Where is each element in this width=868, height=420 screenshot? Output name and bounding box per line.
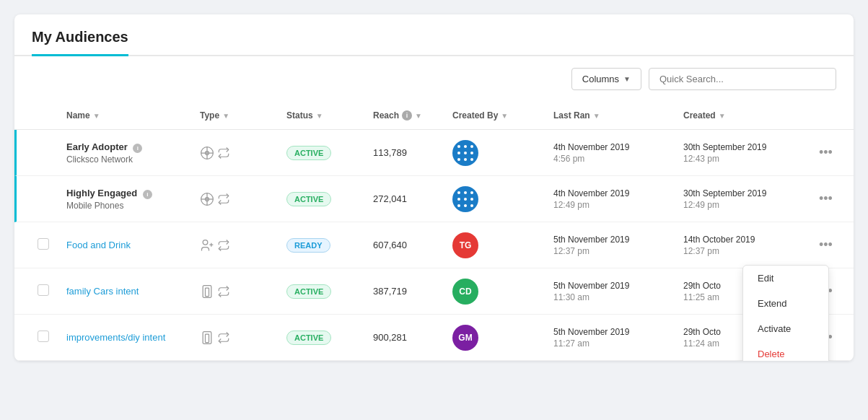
th-created-label: Created [683, 110, 716, 121]
status-badge: ACTIVE [286, 284, 331, 299]
th-type[interactable]: Type ▼ [194, 102, 281, 129]
status-badge: READY [286, 238, 330, 253]
cell-name: Food and Drink [61, 232, 194, 258]
row-checkbox[interactable] [38, 331, 49, 342]
svg-point-16 [470, 198, 473, 201]
date-value: 30th September 2019 [683, 188, 802, 198]
cell-reach: 900,281 [367, 325, 447, 350]
cell-created: 14th October 2019 12:37 pm [678, 227, 807, 263]
avatar: CD [452, 279, 478, 305]
th-reach[interactable]: Reach i ▼ [367, 102, 447, 129]
more-actions-button[interactable]: ••• [813, 142, 838, 163]
th-last-ran[interactable]: Last Ran ▼ [548, 102, 678, 129]
dropdown-menu: Edit Extend Activate Delete [742, 265, 829, 361]
svg-point-18 [464, 204, 467, 207]
th-name[interactable]: Name ▼ [61, 102, 194, 129]
svg-point-20 [203, 240, 208, 245]
menu-item-activate[interactable]: Activate [743, 316, 828, 341]
th-type-label: Type [200, 110, 219, 121]
date-value: 5th November 2019 [553, 281, 672, 291]
svg-point-1 [457, 145, 460, 148]
cell-reach: 113,789 [367, 140, 447, 165]
time-value: 12:49 pm [683, 200, 802, 210]
search-input[interactable] [649, 68, 836, 90]
audience-name: Early Adopter i [66, 141, 188, 153]
audience-sub: Mobile Phones [66, 201, 188, 211]
sort-icon-created: ▼ [719, 112, 726, 120]
cell-created-by: TG [447, 225, 548, 266]
time-value: 12:37 pm [553, 246, 672, 256]
th-actions [807, 107, 836, 124]
cell-checkbox [32, 192, 61, 206]
info-icon-reach: i [402, 110, 412, 121]
avatar: GM [452, 325, 478, 351]
cell-last-ran: 4th November 2019 4:56 pm [548, 135, 678, 171]
more-actions-button[interactable]: ••• [813, 188, 838, 209]
th-created[interactable]: Created ▼ [678, 102, 807, 129]
cell-checkbox [32, 323, 61, 351]
svg-point-13 [470, 191, 473, 194]
svg-point-15 [464, 198, 467, 201]
avatar [452, 186, 478, 212]
svg-point-14 [457, 198, 460, 201]
table-row: Early Adopter i Clicksco Network ACTIVE … [14, 130, 854, 176]
cell-created: 30th September 2019 12:43 pm [678, 135, 807, 171]
cell-checkbox [32, 231, 61, 259]
menu-item-delete[interactable]: Delete [743, 341, 828, 361]
cell-actions: ••• [807, 181, 836, 216]
cell-created: 30th September 2019 12:49 pm [678, 181, 807, 217]
th-status-label: Status [286, 110, 313, 121]
svg-point-9 [470, 158, 473, 161]
columns-label: Columns [582, 74, 619, 84]
toolbar: Columns ▼ [14, 56, 854, 102]
th-checkbox [32, 107, 61, 124]
th-status[interactable]: Status ▼ [281, 102, 367, 129]
audience-name-link[interactable]: family Cars intent [66, 286, 188, 297]
cell-type [194, 231, 281, 260]
table-row: improvements/diy intent ACTIVE 900,281 G… [14, 315, 854, 361]
status-badge: ACTIVE [286, 192, 331, 206]
menu-item-extend[interactable]: Extend [743, 291, 828, 316]
th-created-by[interactable]: Created By ▼ [447, 102, 548, 129]
table-row: family Cars intent ACTIVE 387,719 CD 5th… [14, 268, 854, 315]
cell-actions: ••• [807, 135, 836, 170]
cell-reach: 387,719 [367, 279, 447, 304]
page-header: My Audiences [14, 14, 854, 56]
cell-reach: 607,640 [367, 232, 447, 258]
avatar [452, 140, 478, 166]
type-icons [200, 192, 275, 206]
sort-icon-created-by: ▼ [501, 112, 508, 120]
cell-status: ACTIVE [281, 139, 367, 167]
audience-name-link[interactable]: improvements/diy intent [66, 332, 188, 343]
page-title: My Audiences [32, 29, 128, 56]
row-checkbox[interactable] [38, 284, 49, 296]
sort-icon-name: ▼ [93, 112, 100, 120]
svg-point-5 [464, 152, 467, 154]
cell-type [194, 277, 281, 306]
table-row: Highly Engaged i Mobile Phones ACTIVE 27… [14, 176, 854, 222]
svg-rect-23 [203, 331, 211, 344]
svg-point-7 [457, 158, 460, 161]
date-value: 4th November 2019 [553, 188, 672, 198]
cell-name: improvements/diy intent [61, 325, 194, 350]
cell-actions: ••• Edit Extend Activate Delete [807, 227, 836, 263]
row-checkbox[interactable] [38, 238, 49, 250]
svg-point-12 [464, 191, 467, 194]
audience-sub: Clicksco Network [66, 154, 188, 165]
sort-icon-last-ran: ▼ [593, 112, 600, 120]
date-value: 5th November 2019 [553, 327, 672, 337]
info-icon-row: i [143, 190, 152, 199]
sort-icon-status: ▼ [316, 112, 323, 120]
audience-name-link[interactable]: Food and Drink [66, 240, 188, 250]
cell-last-ran: 5th November 2019 12:37 pm [548, 227, 678, 263]
date-value: 30th September 2019 [683, 142, 802, 152]
cell-name: family Cars intent [61, 279, 194, 304]
audience-name: Highly Engaged i [66, 188, 188, 199]
menu-item-edit[interactable]: Edit [743, 266, 828, 291]
th-reach-label: Reach [373, 110, 399, 121]
columns-button[interactable]: Columns ▼ [571, 68, 641, 90]
svg-point-3 [470, 145, 473, 148]
cell-name: Highly Engaged i Mobile Phones [61, 180, 194, 218]
more-actions-button[interactable]: ••• [813, 235, 838, 255]
table-row: Food and Drink READY 607,640 TG 5th Nove… [14, 222, 854, 268]
